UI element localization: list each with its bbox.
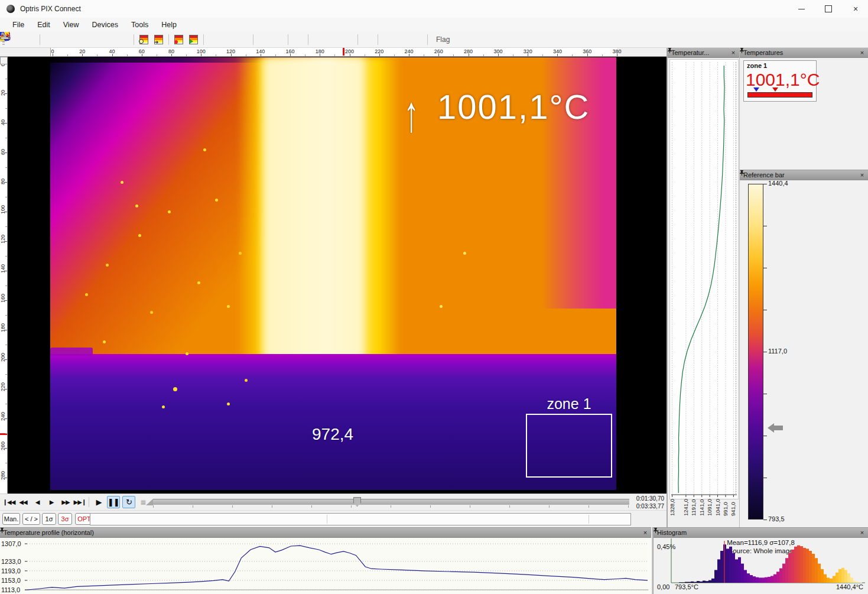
menu-item-help[interactable]: Help: [155, 19, 183, 31]
reference-bar-panel-header[interactable]: Reference bar ×: [740, 170, 868, 180]
skip-start-button[interactable]: ❙◀◀: [2, 496, 15, 508]
toolbar-separator: [134, 34, 134, 45]
ruler-tick-label: 60: [0, 149, 6, 155]
temperature-time-svg: [670, 60, 738, 499]
close-icon[interactable]: ×: [641, 529, 649, 537]
skip-end-button[interactable]: ▶▶❙: [73, 496, 86, 508]
histogram-panel-header[interactable]: Histogram ×: [654, 528, 868, 538]
rewind-button[interactable]: ◀◀: [17, 496, 30, 508]
pin-icon[interactable]: [848, 529, 856, 537]
reference-tick: [763, 268, 767, 268]
menu-item-file[interactable]: File: [6, 19, 31, 31]
temperature-time-panel-header[interactable]: Temperatur... ×: [668, 48, 739, 58]
menu-item-devices[interactable]: Devices: [86, 19, 125, 31]
calibration-curves-icon[interactable]: [222, 33, 235, 46]
thermal-record-icon[interactable]: [172, 33, 186, 46]
panel-title: Temperature profile (horizontal): [4, 529, 94, 536]
save-icon[interactable]: [23, 33, 37, 46]
flag-button[interactable]: Flag: [436, 35, 450, 44]
temperatures-panel-header[interactable]: Temperatures ×: [740, 48, 868, 58]
playback-bar: ❙◀◀◀◀◀▶▶▶▶▶❙▶❚❚↻▦ 0:01:30,70 0:03:33,77: [0, 494, 667, 510]
left-ruler: 020406080100120140160180200220240260280: [0, 57, 8, 494]
mode-button-[interactable]: < / >: [22, 513, 40, 525]
temp-anchor-icon[interactable]: [326, 33, 340, 46]
snap-low-icon[interactable]: [396, 33, 409, 46]
maximize-button[interactable]: [815, 0, 842, 18]
time-total: 0:03:33,77: [630, 502, 664, 510]
pause-button[interactable]: ❚❚: [107, 496, 120, 508]
menu-item-edit[interactable]: Edit: [31, 19, 57, 31]
floating-temperature-value: 972,4: [312, 425, 353, 444]
profile-tick-label: 1233,0: [1, 558, 25, 565]
reference-level-arrow-icon[interactable]: [768, 423, 783, 433]
loop-button[interactable]: ↻: [122, 496, 135, 508]
ruler-tick-label: 140: [0, 264, 6, 273]
close-icon[interactable]: ×: [729, 49, 737, 57]
profile-tick-label: 1153,0: [1, 577, 25, 584]
play-button[interactable]: ▶: [92, 496, 105, 508]
pin-icon[interactable]: [631, 529, 639, 537]
step-forward-button[interactable]: ▶: [45, 496, 58, 508]
reference-tick: [763, 394, 767, 394]
top-ruler-bar: 0204060801001201401601802002202402602803…: [0, 48, 667, 57]
mode-bar: Man.< / >1σ3σOPT: [0, 510, 667, 527]
scale-up-icon[interactable]: [256, 33, 270, 46]
menu-item-view[interactable]: View: [57, 19, 86, 31]
time-position: 0:01:30,70: [630, 495, 664, 502]
thermal-image[interactable]: ↑ 1001,1°C 972,4 zone 1: [50, 57, 616, 490]
configure-icon[interactable]: [341, 33, 355, 46]
reference-tick: [763, 184, 767, 184]
zone-1-rectangle[interactable]: [526, 414, 612, 478]
status-track-field[interactable]: [90, 513, 631, 525]
measure-ruler-icon[interactable]: [381, 33, 395, 46]
temperature-time-axis-labels: 1328,01241,01191,01141,01091,01041,0991,…: [669, 499, 739, 527]
timeline-slider[interactable]: [153, 499, 629, 505]
reference-tick: [763, 352, 767, 352]
mode-button-man[interactable]: Man.: [2, 513, 20, 525]
temperature-profile-panel: Temperature profile (horizontal) × 1307,…: [0, 527, 651, 594]
reference-color-bar: [748, 184, 763, 520]
panel-title: Temperatur...: [671, 49, 709, 56]
tools-icon[interactable]: [291, 33, 305, 46]
snap-high-icon[interactable]: [411, 33, 424, 46]
copy-icon[interactable]: [117, 33, 131, 46]
zone-1-temperature-card[interactable]: zone 1 1001,1°C: [743, 60, 817, 102]
menu-item-tools[interactable]: Tools: [125, 19, 155, 31]
heat-area-icon[interactable]: [311, 33, 325, 46]
pin-icon[interactable]: [848, 49, 856, 57]
step-back-button[interactable]: ◀: [31, 496, 44, 508]
scale-down-icon[interactable]: [271, 33, 285, 46]
top-ruler-cursor-mark: [343, 48, 344, 56]
pause-icon[interactable]: [58, 33, 71, 46]
play-icon[interactable]: [43, 33, 57, 46]
toolbar: ➜ Flag: [0, 32, 868, 48]
palette-panel-icon[interactable]: [207, 33, 220, 46]
mode-button-1[interactable]: 1σ: [42, 513, 56, 525]
pin-icon[interactable]: [848, 171, 856, 179]
fast-forward-button[interactable]: ▶▶: [59, 496, 72, 508]
close-icon[interactable]: ×: [858, 171, 866, 179]
profile-svg: [25, 538, 651, 594]
ruler-tick-label: 200: [0, 353, 6, 362]
close-icon[interactable]: ×: [858, 49, 866, 57]
mode-button-3[interactable]: 3σ: [58, 513, 72, 525]
palette-quad-icon[interactable]: [361, 33, 375, 46]
record-icon[interactable]: [87, 33, 101, 46]
minimize-button[interactable]: [788, 0, 815, 18]
time-axis-tick-label: 1241,0: [682, 499, 689, 516]
pin-icon[interactable]: [719, 49, 727, 57]
marker-dashes-icon[interactable]: [236, 33, 250, 46]
top-ruler: 0204060801001201401601802002202402602803…: [50, 48, 617, 56]
close-icon[interactable]: ×: [858, 529, 866, 537]
reference-min-label: 793,5: [768, 515, 785, 522]
stop-icon[interactable]: [73, 33, 86, 46]
thermal-play-icon[interactable]: [187, 33, 200, 46]
close-button[interactable]: ×: [842, 0, 868, 18]
thermal-export-icon[interactable]: ➜: [152, 33, 165, 46]
toolbar-separator: [253, 34, 253, 45]
ruler-tick-label: 100: [0, 205, 6, 214]
thermal-search-icon[interactable]: [137, 33, 151, 46]
profile-panel-header[interactable]: Temperature profile (horizontal) ×: [0, 528, 651, 538]
time-axis-tick-label: 941,0: [730, 502, 736, 516]
snapshot-camera-icon[interactable]: [102, 33, 116, 46]
